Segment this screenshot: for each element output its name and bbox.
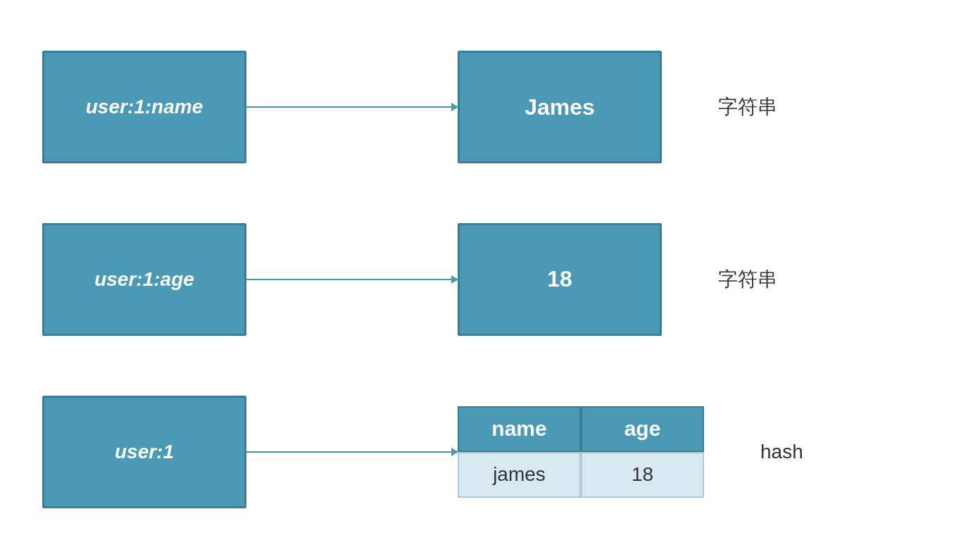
hash-data-cell-name: james bbox=[458, 452, 581, 498]
type-label-hash: hash bbox=[760, 441, 803, 463]
arrow-hash bbox=[246, 451, 458, 453]
hash-header-age: age bbox=[581, 406, 704, 452]
hash-header-name: name bbox=[458, 406, 581, 452]
value-label-age: 18 bbox=[547, 266, 572, 292]
key-label-name: user:1:name bbox=[86, 96, 203, 118]
arrow-line-name bbox=[246, 106, 458, 108]
hash-data-name-value: james bbox=[493, 463, 546, 486]
hash-data-cell-age: 18 bbox=[581, 452, 704, 498]
arrow-line-age bbox=[246, 279, 458, 280]
key-box-name: user:1:name bbox=[42, 51, 246, 163]
hash-table: name age james 18 bbox=[458, 406, 704, 498]
arrow-age bbox=[246, 279, 458, 280]
arrow-name bbox=[246, 106, 458, 108]
hash-row: user:1 name age james 18 bbox=[42, 396, 938, 508]
key-box-hash: user:1 bbox=[42, 396, 246, 508]
hash-header-name-text: name bbox=[491, 417, 546, 441]
hash-header-row: name age bbox=[458, 406, 704, 452]
type-label-name: 字符串 bbox=[718, 94, 777, 120]
age-row: user:1:age 18 字符串 bbox=[42, 223, 938, 336]
value-box-age: 18 bbox=[458, 223, 662, 336]
key-box-age: user:1:age bbox=[42, 223, 246, 336]
hash-header-age-text: age bbox=[624, 417, 661, 441]
hash-data-age-value: 18 bbox=[632, 463, 653, 486]
value-label-name: James bbox=[524, 94, 595, 120]
value-box-name: James bbox=[458, 51, 662, 163]
name-row: user:1:name James 字符串 bbox=[42, 51, 938, 163]
hash-data-row-0: james 18 bbox=[458, 452, 704, 498]
arrow-line-hash bbox=[246, 451, 458, 453]
main-diagram: user:1:name James 字符串 user:1:age 18 字符串 … bbox=[0, 0, 980, 559]
key-label-hash: user:1 bbox=[115, 441, 174, 463]
type-label-age: 字符串 bbox=[718, 266, 777, 293]
key-label-age: user:1:age bbox=[94, 268, 194, 291]
